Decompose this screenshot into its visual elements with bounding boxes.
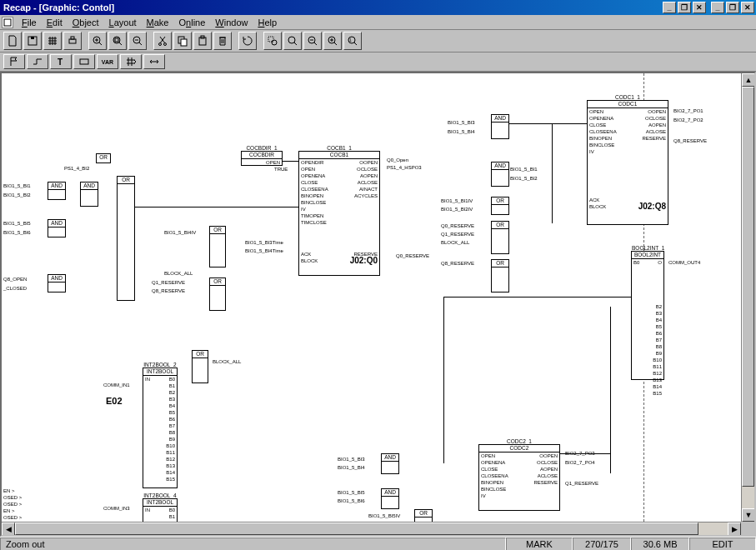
pin-label: B2 — [656, 303, 662, 310]
tool-step-icon[interactable] — [27, 54, 48, 69]
mdi-document-icon[interactable] — [2, 17, 13, 28]
signal-label: COMM_IN3 — [103, 506, 130, 512]
menu-layout[interactable]: Layout — [104, 17, 142, 28]
tool-grid-icon[interactable] — [43, 32, 62, 50]
tool-new-icon[interactable] — [3, 32, 22, 50]
scroll-track[interactable] — [15, 522, 728, 535]
and-gate[interactable]: AND — [48, 182, 66, 200]
and-gate[interactable]: AND — [80, 182, 98, 207]
tool-zoom-in-icon[interactable] — [88, 32, 107, 50]
pin-label: TIMCLOSE — [301, 219, 327, 226]
signal-label: BIO2_7_PO4 — [565, 460, 595, 466]
wire — [560, 453, 610, 454]
block-codc1[interactable]: CODC1_1 CODC1 OPENOOPEN OPENENAOCLOSE CL… — [587, 100, 668, 225]
mdi-close-button[interactable]: ✕ — [693, 2, 706, 13]
pin-label: B6 — [656, 330, 662, 337]
tool-rect-icon[interactable] — [73, 54, 95, 69]
and-gate[interactable]: AND — [381, 453, 399, 474]
block-cocb1[interactable]: COCB1_1 COCB1 OPENDIROOPEN OPENOCLOSE OP… — [298, 151, 380, 276]
scroll-right-arrow-icon[interactable]: ▶ — [728, 522, 741, 536]
signal-label: BIO1_5_BI5 — [3, 221, 31, 227]
scroll-down-arrow-icon[interactable]: ▼ — [742, 508, 755, 522]
tool-hash-icon[interactable] — [120, 54, 142, 69]
or-gate[interactable]: OR — [209, 226, 226, 268]
vertical-scrollbar[interactable]: ▲ ▼ — [741, 73, 754, 522]
pin-label: BINOPEN — [481, 479, 503, 486]
tool-zoom2-icon[interactable] — [283, 32, 302, 50]
tool-zoom-minus-icon[interactable] — [303, 32, 322, 50]
signal-label: OSED > — [3, 515, 22, 521]
tool-refresh-icon[interactable] — [238, 32, 257, 50]
pin-label: OOPEN — [539, 452, 558, 459]
pin-label: B10 — [653, 357, 662, 363]
pin-label: OOPEN — [648, 108, 666, 115]
pin-label: BINCLOSE — [589, 142, 614, 148]
and-gate[interactable]: AND — [491, 162, 509, 187]
menu-help[interactable]: Help — [253, 17, 282, 28]
scroll-thumb[interactable] — [742, 87, 754, 487]
tool-zoom-out-icon[interactable] — [128, 32, 147, 50]
menu-file[interactable]: File — [17, 17, 42, 28]
tool-text-icon[interactable]: T — [50, 54, 72, 69]
window-restore-button[interactable]: ❐ — [726, 2, 739, 13]
pin-label: ACK — [589, 197, 599, 203]
and-gate[interactable]: AND — [381, 488, 399, 509]
tool-copy-icon[interactable] — [173, 32, 192, 50]
and-gate[interactable]: AND — [48, 274, 66, 292]
scroll-left-arrow-icon[interactable]: ◀ — [2, 522, 15, 536]
or-gate[interactable]: OR — [491, 197, 509, 215]
signal-label: OSED > — [3, 495, 22, 501]
tool-var-icon[interactable]: VAR — [97, 54, 118, 69]
tool-zoom-reset-icon[interactable]: 1 — [343, 32, 362, 50]
tool-zoom-fit-icon[interactable] — [108, 32, 127, 50]
tool-bidir-icon[interactable] — [143, 54, 165, 69]
menu-online[interactable]: Online — [174, 17, 211, 28]
pin-label: IN — [145, 507, 150, 513]
pin-label: B4 — [656, 317, 662, 323]
or-gate[interactable]: OR — [192, 350, 208, 383]
mdi-restore-button[interactable]: ❐ — [678, 2, 691, 13]
menu-make[interactable]: Make — [142, 17, 174, 28]
horizontal-scrollbar[interactable]: ◀ ▶ — [2, 522, 741, 535]
or-gate[interactable]: OR — [96, 153, 111, 163]
and-gate[interactable]: AND — [491, 114, 509, 139]
pin-label: CLOSE — [481, 466, 498, 472]
pin-label: B9 — [656, 350, 662, 357]
tool-delete-icon[interactable] — [213, 32, 232, 50]
tool-cut-icon[interactable] — [153, 32, 172, 50]
tool-save-icon[interactable] — [23, 32, 42, 50]
gate-label: AND — [382, 454, 398, 462]
tool-paste-icon[interactable] — [193, 32, 212, 50]
signal-label: OSED > — [3, 502, 22, 508]
schematic-canvas[interactable]: OR AND AND AND AND OR PS1_4_BI2 BIO1_5_B… — [2, 73, 754, 535]
pin-label: BINOPEN — [301, 192, 323, 199]
scroll-up-arrow-icon[interactable]: ▲ — [742, 73, 755, 87]
tool-flag-icon[interactable] — [3, 54, 25, 69]
window-min-button[interactable]: _ — [711, 2, 724, 13]
block-codc2[interactable]: CODC2_1 CODC2 OPENOOPEN OPENENAOCLOSE CL… — [478, 444, 560, 511]
or-gate[interactable]: OR — [491, 221, 509, 254]
menu-edit[interactable]: Edit — [42, 17, 68, 28]
tool-zoom-plus-icon[interactable] — [323, 32, 342, 50]
block-bool2int[interactable]: BOOL2INT_1 BOOL2INT B0O B2B3B4B5B6B7B8B9… — [631, 251, 664, 380]
gate-label: OR — [415, 510, 432, 518]
tool-zoom-region-icon[interactable] — [263, 32, 282, 50]
or-gate[interactable]: OR — [209, 278, 226, 311]
tool-print-icon[interactable] — [63, 32, 82, 50]
mdi-min-button[interactable]: _ — [663, 2, 676, 13]
block-int2bool-2[interactable]: INT2BOOL_2 INT2BOOL INB0 B1B2B3B4B5B6B7B… — [143, 368, 178, 488]
block-caption: INT2BOOL_2 — [143, 362, 177, 368]
scroll-thumb[interactable] — [15, 522, 698, 535]
block-cocbdir[interactable]: COCBDIR_1 COCBDIR OPEN — [241, 151, 283, 166]
pin-label: BINCLOSE — [301, 199, 326, 206]
or-gate[interactable]: OR — [491, 259, 509, 292]
menu-object[interactable]: Object — [68, 17, 104, 28]
menu-window[interactable]: Window — [210, 17, 253, 28]
signal-label: BIO1_5_BI3Time — [245, 240, 283, 246]
and-gate[interactable]: AND — [48, 219, 66, 238]
scroll-track[interactable] — [742, 87, 754, 508]
or-gate[interactable]: OR — [117, 176, 135, 301]
signal-label: COMM_OUT4 — [668, 260, 700, 266]
window-close-button[interactable]: ✕ — [741, 2, 754, 13]
pin-label: OCLOSE — [357, 166, 378, 172]
